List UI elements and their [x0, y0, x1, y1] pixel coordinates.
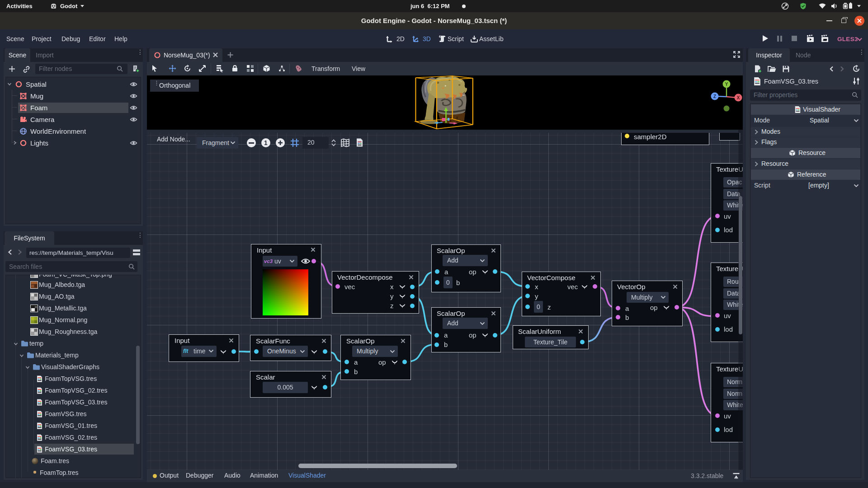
svg-text:vc3: vc3 — [264, 258, 273, 264]
svg-text:Z: Z — [713, 94, 716, 99]
svg-text:X: X — [737, 95, 740, 100]
svg-text:Y: Y — [725, 82, 728, 87]
svg-text:flt: flt — [183, 348, 189, 354]
